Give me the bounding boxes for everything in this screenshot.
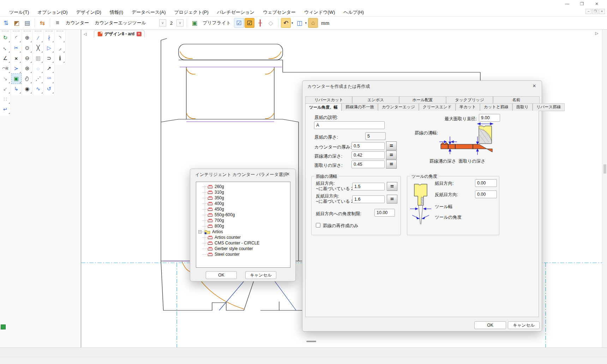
perforation-tool[interactable]: ▥ (34, 53, 43, 63)
stair-step-tool[interactable]: ↳ (12, 84, 21, 94)
groove-depth-equals-button[interactable]: = (386, 151, 397, 159)
counter-dialog-ok-button[interactable]: OK (474, 321, 506, 329)
checklist-user-icon[interactable]: ☑ (245, 18, 254, 28)
grid-align-icon[interactable]: ╂ (255, 18, 265, 28)
tree-expander-icon[interactable]: + (198, 230, 202, 233)
menu-window[interactable]: ウィンドウ(W) (300, 8, 339, 17)
layer-combo-right[interactable]: ∨ (176, 19, 184, 26)
menu-palletization[interactable]: パレチゼーション (213, 8, 259, 17)
paste-arrange-icon[interactable]: ⇅ (1, 18, 11, 28)
angle-limit-input[interactable] (374, 209, 395, 217)
mdi-restore-button[interactable]: ❐ (592, 9, 598, 14)
tab-emboss[interactable]: エンボス (352, 96, 399, 104)
counter-edge-box-tool[interactable]: ▣ (12, 74, 21, 84)
sync-arrows-icon[interactable]: ⇆ (37, 18, 47, 28)
vertical-scrollbar-thumb[interactable] (603, 164, 606, 174)
document-tab[interactable]: デザイン8 - ard ✕ (94, 30, 145, 37)
arc-tool[interactable]: ⊃ (44, 53, 54, 63)
zoom-in-tool[interactable]: ⊕ (23, 33, 32, 43)
curve-tool[interactable]: ∿ (34, 84, 43, 94)
tab-chamfer[interactable]: 面取り (512, 103, 533, 111)
menu-design[interactable]: デザイン(D) (72, 8, 106, 17)
tree-item-350g[interactable]: 350g (203, 195, 290, 201)
menu-options[interactable]: オプション(O) (33, 8, 72, 17)
grain-groove-equals-button[interactable]: = (387, 182, 397, 191)
preflight-clipboard-icon[interactable]: ▣ (190, 18, 199, 28)
tab-groove-mismatch[interactable]: 罫線溝の不一致 (342, 103, 378, 111)
tab-reverse-cut[interactable]: リバースカット (305, 96, 352, 104)
tab-tool-angle-width[interactable]: ツール角度、幅 (305, 103, 342, 111)
mdi-minimize-button[interactable]: – (585, 9, 591, 14)
minimized-palette-icon[interactable] (1, 324, 6, 329)
tree-item-550g-600g[interactable]: 550g-600g (203, 212, 290, 218)
tab-name[interactable]: 名前 (493, 96, 540, 104)
tab-hole-placement[interactable]: ホール配置 (399, 96, 446, 104)
tree-item-700g[interactable]: 700g (203, 218, 290, 223)
counter-thickness-equals-button[interactable]: = (386, 141, 397, 150)
tree-item-steel-counter[interactable]: Steel counter (203, 251, 290, 257)
palette-grip[interactable] (2, 31, 9, 32)
pan-hand-tool[interactable] (23, 74, 32, 84)
counter-thickness-input[interactable] (351, 142, 385, 150)
cut-line-tool[interactable]: ✂ (12, 43, 21, 53)
menu-database[interactable]: データベース(A) (127, 8, 170, 17)
line-tool[interactable]: ∕ (34, 33, 43, 43)
diagonal-tool[interactable]: ↗ (44, 63, 54, 73)
zoom-extents-tool[interactable]: ⊛ (23, 63, 32, 73)
fit-diamond-icon[interactable]: ◇ (266, 18, 276, 28)
cone-tool[interactable]: ▷ (44, 43, 54, 53)
stamp-tool-icon[interactable]: ◩ (12, 18, 22, 28)
panels-dropdown-icon[interactable]: ▾ (305, 21, 307, 25)
max-chamfer-diameter-input[interactable] (479, 114, 500, 122)
vertical-scrollbar[interactable] (602, 30, 607, 347)
chamfer-depth-input[interactable] (351, 160, 385, 168)
info-tool[interactable]: i (55, 53, 65, 63)
palette-grip[interactable] (13, 31, 20, 32)
cross-lines-tool[interactable]: ╳ (34, 43, 43, 53)
tab-half-cut[interactable]: 半カット (456, 103, 480, 111)
tab-crease-end[interactable]: クリースエンド (419, 103, 456, 111)
undo-style-dropdown-icon[interactable]: ▾ (292, 21, 293, 25)
menu-help[interactable]: ヘルプ(H) (339, 8, 368, 17)
recreate-crease-checkbox[interactable] (316, 223, 320, 228)
delete-cross-tool[interactable]: × (12, 53, 21, 63)
hook-curve-tool[interactable]: ↺ (44, 84, 54, 94)
tree-item-800g[interactable]: 800g (203, 223, 290, 229)
board-thickness-field[interactable] (365, 132, 386, 140)
parameter-dialog-close-icon[interactable]: ✕ (285, 171, 291, 177)
checklist-blue-icon[interactable]: ☑ (234, 18, 244, 28)
palette-grip[interactable] (46, 31, 53, 32)
window-close-button[interactable]: ✕ (589, 0, 604, 8)
arrowhead-tool[interactable]: ≻ (12, 63, 21, 73)
rotate-measure-tool[interactable]: ↻ (1, 33, 10, 43)
grain-groove-width-input[interactable] (352, 183, 385, 190)
panels-icon[interactable]: ◫ (295, 18, 305, 28)
palette-grip[interactable] (35, 31, 42, 32)
tree-item-artios-folder[interactable]: +Artios (198, 229, 290, 235)
circle-tool[interactable]: ◌ (34, 63, 43, 73)
counter-dialog-cancel-button[interactable]: キャンセル (508, 321, 540, 329)
snap-corner-tool[interactable]: ↵ (1, 104, 10, 114)
tool-cross-angle-input[interactable] (475, 190, 497, 198)
zoom-out-tool[interactable]: ⊖ (23, 53, 32, 63)
counter-dialog-close-icon[interactable]: ✕ (531, 83, 537, 89)
node-curve-tool-a[interactable]: ◝ (55, 33, 65, 43)
ray-lines-tool[interactable]: ⋰ (34, 74, 43, 84)
horizontal-scrollbar-thumb[interactable] (306, 341, 316, 342)
tree-item-cms-counter-circle[interactable]: CMS Counter - CIRCLE (203, 240, 290, 246)
angle-measure-tool[interactable]: ∠ (1, 53, 10, 63)
tab-scroll-left-icon[interactable]: ◁ (81, 30, 89, 37)
move-point-tool[interactable]: ↔ (1, 43, 10, 53)
window-restore-button[interactable]: ❐ (575, 0, 589, 8)
move-designs-tool[interactable]: ↙ (1, 84, 10, 94)
tree-item-gerber-style-counter[interactable]: Gerber style counter (203, 246, 290, 251)
tool-grain-angle-input[interactable] (475, 179, 497, 187)
menu-info[interactable]: 情報(I) (106, 8, 127, 17)
palette-grip[interactable] (24, 31, 31, 32)
print-preview-tool[interactable]: ◉ (23, 84, 32, 94)
radius-measure-tool[interactable]: ◠R (1, 63, 10, 73)
move-copy-tool[interactable]: ↘ (1, 74, 10, 84)
menu-project[interactable]: プロジェクト(P) (170, 8, 213, 17)
mdi-close-button[interactable]: × (599, 9, 605, 14)
node-curve-tool-b[interactable]: ◞ (55, 43, 65, 53)
